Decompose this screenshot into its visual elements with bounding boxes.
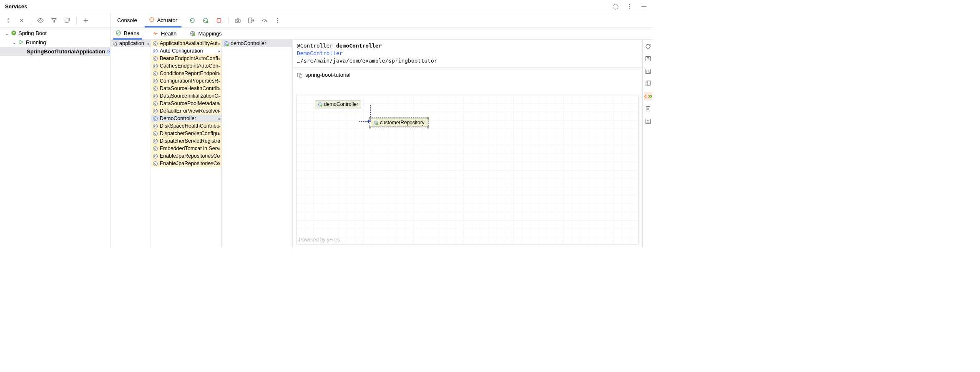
- bean-list-item[interactable]: EnableJpaRepositoriesCo▸: [151, 152, 221, 160]
- chevron-right-icon: ▸: [148, 41, 150, 46]
- chevron-right-icon: ▸: [219, 94, 221, 98]
- chevron-right-icon: ▸: [219, 56, 221, 61]
- chevron-right-icon: ▸: [219, 154, 221, 158]
- chevron-right-icon: ▸: [219, 116, 221, 121]
- subtab-mappings[interactable]: Mappings: [187, 28, 224, 39]
- tab-console[interactable]: Console: [113, 13, 141, 28]
- bean-list-item[interactable]: CachesEndpointAutoCon▸: [151, 62, 221, 70]
- bean-list-item[interactable]: DefaultErrorViewResolver▸: [151, 107, 221, 115]
- diagram-credit: Powered by yFiles: [299, 237, 340, 243]
- diagram-view-icon[interactable]: [644, 67, 652, 75]
- tree-node-label: Running: [26, 39, 46, 45]
- chevron-right-icon: ▸: [219, 79, 221, 83]
- chevron-right-icon: ▸: [219, 109, 221, 113]
- expand-collapse-icon[interactable]: [4, 16, 13, 25]
- diagram-node-demoController[interactable]: demoController: [315, 100, 361, 108]
- tree-node-label: Spring Boot: [18, 30, 47, 36]
- bean-list-item[interactable]: DataSourceInitializationC▸: [151, 92, 221, 100]
- tab-actuator[interactable]: Actuator: [145, 13, 181, 28]
- close-icon[interactable]: [18, 16, 26, 25]
- stop-icon[interactable]: [215, 16, 223, 25]
- chevron-right-icon: ▸: [219, 64, 221, 68]
- add-service-icon[interactable]: [82, 16, 90, 25]
- copy-icon[interactable]: [644, 80, 652, 88]
- bean-list-item[interactable]: Auto Configuration▸: [151, 47, 221, 55]
- bean-instance-demoController[interactable]: demoController: [222, 40, 292, 47]
- chevron-right-icon: ▸: [219, 49, 221, 53]
- bean-list-item[interactable]: DataSourceHealthContrib▸: [151, 85, 221, 92]
- bean-list-item[interactable]: EnableJpaRepositoriesCo▸: [151, 160, 221, 167]
- chevron-right-icon: ▸: [219, 161, 221, 166]
- documentation-icon[interactable]: [644, 105, 652, 113]
- bean-list-item[interactable]: DiskSpaceHealthContribu▸: [151, 122, 221, 130]
- tool-window-options-icon[interactable]: [626, 3, 634, 11]
- rerun-update-icon[interactable]: [201, 16, 210, 25]
- application-port[interactable]: :8: [107, 48, 110, 55]
- chevron-down-icon: ⌄: [12, 39, 17, 45]
- show-icon[interactable]: [36, 16, 45, 25]
- bean-list-item[interactable]: DataSourcePoolMetadata▸: [151, 100, 221, 107]
- chevron-down-icon: ⌄: [4, 30, 9, 36]
- chevron-right-icon: ▸: [219, 131, 221, 136]
- bean-detail-header: @Controller demoController DemoControlle…: [293, 40, 642, 68]
- context-application[interactable]: application ▸: [111, 40, 151, 47]
- tree-node-label: SpringBootTutorialApplication: [27, 48, 105, 55]
- subtab-health[interactable]: Health: [150, 28, 179, 39]
- tree-node-running[interactable]: ⌄ Running: [0, 38, 110, 47]
- thread-dump-icon[interactable]: [234, 16, 242, 25]
- tool-window-title: Services: [5, 3, 28, 10]
- refresh-icon[interactable]: [644, 42, 652, 50]
- bean-list-item[interactable]: EmbeddedTomcat in Serv▸: [151, 145, 221, 152]
- chevron-right-icon: ▸: [219, 146, 221, 151]
- exit-icon[interactable]: [247, 16, 255, 25]
- performance-icon[interactable]: [260, 16, 269, 25]
- more-options-icon[interactable]: [274, 16, 282, 25]
- source-view-icon[interactable]: [644, 92, 652, 101]
- subtab-beans[interactable]: Beans: [113, 28, 142, 40]
- bean-list-item[interactable]: DemoController▸: [151, 115, 221, 122]
- bean-list-item[interactable]: DispatcherServletRegistra▸: [151, 137, 221, 145]
- diagram-node-customerRepository[interactable]: customerRepository: [371, 118, 427, 127]
- navigate-up-icon[interactable]: [644, 55, 652, 63]
- tree-node-application[interactable]: SpringBootTutorialApplication :8: [0, 47, 110, 56]
- bean-list-item[interactable]: ConditionsReportEndpoin▸: [151, 70, 221, 77]
- tree-node-spring-boot[interactable]: ⌄ Spring Boot: [0, 28, 110, 38]
- bean-type-link[interactable]: DemoController: [297, 50, 343, 56]
- open-new-window-icon[interactable]: [63, 16, 71, 25]
- rerun-icon[interactable]: [188, 16, 196, 25]
- bean-list-item[interactable]: BeansEndpointAutoConfi▸: [151, 55, 221, 62]
- module-link[interactable]: spring-boot-tutorial: [293, 68, 642, 78]
- dependency-diagram[interactable]: demoController customerRepository Powere…: [296, 95, 639, 245]
- fit-content-icon[interactable]: [644, 117, 652, 126]
- chevron-right-icon: ▸: [219, 86, 221, 91]
- loading-indicator-icon: [611, 3, 620, 11]
- hide-tool-window-icon[interactable]: [640, 3, 648, 11]
- bean-list-item[interactable]: ApplicationAvailabilityAut▸: [151, 40, 221, 47]
- chevron-right-icon: ▸: [219, 41, 221, 46]
- chevron-right-icon: ▸: [219, 101, 221, 106]
- bean-list-item[interactable]: ConfigurationPropertiesR▸: [151, 77, 221, 85]
- chevron-right-icon: ▸: [219, 124, 221, 128]
- chevron-right-icon: ▸: [219, 71, 221, 76]
- filter-icon[interactable]: [50, 16, 58, 25]
- bean-list-item[interactable]: DispatcherServletConfigu▸: [151, 130, 221, 137]
- chevron-right-icon: ▸: [219, 139, 221, 143]
